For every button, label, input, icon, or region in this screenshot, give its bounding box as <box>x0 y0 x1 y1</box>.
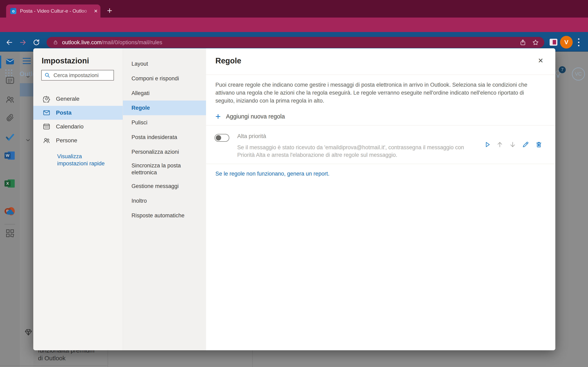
outlook-favicon-icon: o <box>10 8 16 14</box>
edit-rule-icon[interactable] <box>522 141 529 148</box>
rules-intro-text: Puoi creare regole che indicano come ges… <box>215 81 542 105</box>
section-gestione-messaggi[interactable]: Gestione messaggi <box>123 179 206 193</box>
mail-icon <box>43 109 50 117</box>
settings-category-calendario[interactable]: Calendario <box>33 120 123 133</box>
plus-icon: + <box>215 112 221 121</box>
people-icon[interactable] <box>5 95 15 104</box>
search-icon <box>44 72 50 78</box>
calendar-icon <box>43 123 50 130</box>
todo-check-icon[interactable] <box>5 132 15 142</box>
share-icon[interactable] <box>519 39 526 46</box>
app-rail: W X P <box>0 52 20 367</box>
rules-title: Regole <box>215 57 241 65</box>
category-label: Posta <box>56 109 71 116</box>
side-panel-icon[interactable] <box>550 39 557 46</box>
gear-icon <box>43 95 50 103</box>
url-bar[interactable]: outlook.live.com/mail/0/options/mail/rul… <box>47 37 544 48</box>
forward-icon[interactable] <box>19 39 26 46</box>
reload-icon[interactable] <box>33 39 40 46</box>
category-label: Calendario <box>56 123 84 130</box>
settings-category-posta[interactable]: Posta <box>33 106 123 120</box>
add-rule-label: Aggiungi nuova regola <box>226 113 285 120</box>
chevron-down-icon[interactable] <box>25 137 31 143</box>
settings-search-input[interactable] <box>53 72 111 79</box>
settings-category-persone[interactable]: Persone <box>33 133 123 147</box>
word-icon[interactable]: W <box>4 151 15 160</box>
rule-toggle-off[interactable] <box>215 134 229 142</box>
browser-tab[interactable]: o Posta - Video Cultur-e - Outloo × <box>6 4 100 17</box>
people-icon <box>43 137 50 144</box>
back-icon[interactable] <box>6 39 13 46</box>
folder-pane-strip <box>20 52 33 367</box>
section-risposte-automatiche[interactable]: Risposte automatiche <box>123 208 206 223</box>
app-launcher-icon[interactable] <box>5 69 12 76</box>
excel-icon[interactable]: X <box>4 179 15 188</box>
settings-section-pane: Layout Componi e rispondi Allegati Regol… <box>123 48 206 350</box>
browser-tab-strip: o Posta - Video Cultur-e - Outloo × + <box>0 0 588 17</box>
pane-divider <box>252 350 253 367</box>
new-tab-button[interactable]: + <box>107 6 112 15</box>
browser-profile-avatar[interactable]: V <box>560 36 573 49</box>
attachment-icon[interactable] <box>5 113 15 123</box>
lock-icon <box>53 40 58 45</box>
rules-panel: Regole × Puoi creare regole che indicano… <box>206 48 555 350</box>
section-allegati[interactable]: Allegati <box>123 86 206 100</box>
selected-folder-highlight <box>20 83 33 96</box>
settings-title: Impostazioni <box>42 57 89 65</box>
generate-report-link[interactable]: Se le regole non funzionano, genera un r… <box>215 171 329 177</box>
settings-left-pane: Impostazioni Generale Posta Calendario P… <box>33 48 123 350</box>
folder-pane-footer-divider <box>0 365 108 366</box>
browser-menu-icon[interactable] <box>578 38 579 46</box>
section-inoltro[interactable]: Inoltro <box>123 193 206 208</box>
tab-title: Posta - Video Cultur-e - Outloo <box>20 8 92 14</box>
rule-name: Alta priorità <box>237 133 266 140</box>
run-rule-icon[interactable] <box>484 141 491 148</box>
move-down-icon[interactable] <box>509 141 516 148</box>
category-label: Generale <box>56 96 79 102</box>
browser-toolbar: outlook.live.com/mail/0/options/mail/rul… <box>0 17 588 32</box>
delete-rule-icon[interactable] <box>535 141 542 148</box>
section-layout[interactable]: Layout <box>123 57 206 71</box>
section-personalizza-azioni[interactable]: Personalizza azioni <box>123 145 206 159</box>
calendar-icon[interactable] <box>5 76 15 85</box>
section-posta-indesiderata[interactable]: Posta indesiderata <box>123 130 206 145</box>
close-icon[interactable]: × <box>536 56 545 65</box>
tab-close-icon[interactable]: × <box>94 8 98 14</box>
settings-search-box[interactable] <box>41 70 114 81</box>
toggle-knob <box>216 135 221 141</box>
more-apps-icon[interactable] <box>5 229 15 238</box>
quick-settings-link[interactable]: Visualizza impostazioni rapide <box>57 153 112 167</box>
category-label: Persone <box>56 137 77 144</box>
rule-description: Se il messaggio è stato ricevuto da 'ema… <box>237 144 472 159</box>
whats-new-badge: 7 <box>559 66 566 73</box>
onedrive-icon[interactable] <box>5 208 15 217</box>
move-up-icon[interactable] <box>496 141 503 148</box>
account-avatar[interactable]: VC <box>572 67 585 81</box>
section-componi[interactable]: Componi e rispondi <box>123 71 206 86</box>
hamburger-icon[interactable] <box>23 58 31 64</box>
url-host: outlook.live.com <box>62 39 102 46</box>
section-pulisci[interactable]: Pulisci <box>123 115 206 130</box>
add-rule-button[interactable]: + Aggiungi nuova regola <box>215 111 285 121</box>
settings-category-generale[interactable]: Generale <box>33 92 123 106</box>
section-sincronizza[interactable]: Sincronizza la posta elettronica <box>123 159 206 179</box>
divider <box>206 75 555 75</box>
mail-selected-indicator <box>0 55 1 68</box>
url-path: /mail/0/options/mail/rules <box>102 39 162 46</box>
premium-diamond-icon[interactable] <box>25 329 32 336</box>
settings-dialog: Impostazioni Generale Posta Calendario P… <box>33 48 555 350</box>
section-regole[interactable]: Regole <box>123 100 206 115</box>
rail-divider <box>4 224 15 225</box>
pane-divider <box>108 350 108 367</box>
bookmark-star-icon[interactable] <box>532 39 539 46</box>
mail-icon[interactable] <box>5 57 15 66</box>
premium-text-line2: di Outlook <box>38 355 66 362</box>
